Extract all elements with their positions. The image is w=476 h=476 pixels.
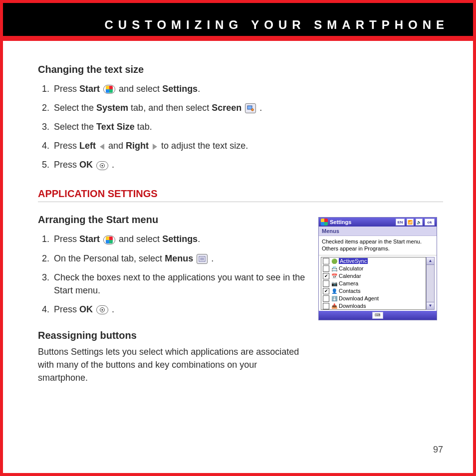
app-icon: 🟢 bbox=[331, 258, 337, 264]
paragraph-reassigning: Buttons Settings lets you select which a… bbox=[38, 345, 308, 384]
checkbox[interactable]: ✔ bbox=[323, 273, 329, 279]
column-screenshot: Settings EN 📶 🔈 ok Menus Checked items a… bbox=[318, 214, 443, 320]
page-number: 97 bbox=[433, 445, 443, 455]
right-arrow-icon bbox=[153, 144, 157, 150]
windows-flag-icon bbox=[106, 86, 113, 93]
app-icon: 📷 bbox=[331, 280, 337, 286]
list-item-label: Calculator bbox=[339, 265, 364, 271]
keyboard-icon[interactable]: ⌨ bbox=[372, 312, 383, 319]
ok-button-icon bbox=[96, 305, 108, 314]
header-bar: CUSTOMIZING YOUR SMARTPHONE bbox=[3, 3, 473, 36]
scroll-down-icon[interactable]: ▼ bbox=[427, 302, 434, 309]
app-icon: ⬇️ bbox=[331, 295, 337, 301]
checkbox[interactable]: ✔ bbox=[323, 288, 329, 294]
list-item[interactable]: 📇Calculator bbox=[321, 265, 426, 272]
step: Press Start and select Settings. bbox=[52, 79, 443, 98]
list-item[interactable]: ✔👤Contacts bbox=[321, 287, 426, 295]
device-footer: ⌨ bbox=[319, 311, 437, 320]
page-body: Changing the text size Press Start and s… bbox=[3, 41, 473, 473]
list-item-label: Download Agent bbox=[339, 295, 379, 301]
windows-flag-icon bbox=[321, 219, 328, 226]
device-hint: Checked items appear in the Start menu. … bbox=[319, 236, 437, 255]
step: Select the Text Size tab. bbox=[52, 117, 443, 136]
page-frame: CUSTOMIZING YOUR SMARTPHONE Changing the… bbox=[0, 0, 476, 476]
left-arrow-icon bbox=[100, 144, 104, 150]
app-icon: 👤 bbox=[331, 288, 337, 294]
column-text: Arranging the Start menu Press Start and… bbox=[38, 214, 308, 384]
app-icon: 📅 bbox=[331, 273, 337, 279]
list-item[interactable]: ⬇️Download Agent bbox=[321, 295, 426, 302]
columns: Arranging the Start menu Press Start and… bbox=[38, 214, 443, 384]
windows-flag-icon bbox=[106, 237, 113, 243]
status-language-icon[interactable]: EN bbox=[396, 219, 405, 226]
step: On the Personal tab, select Menus . bbox=[52, 249, 308, 268]
section-title-changing-text-size: Changing the text size bbox=[38, 64, 443, 75]
list-item[interactable]: 🟢ActiveSync bbox=[321, 257, 426, 265]
svg-point-9 bbox=[101, 309, 103, 310]
app-icon: 📥 bbox=[331, 303, 337, 309]
header-title: CUSTOMIZING YOUR SMARTPHONE bbox=[105, 18, 449, 31]
section-title-application-settings: APPLICATION SETTINGS bbox=[38, 188, 443, 200]
step: Press Start and select Settings. bbox=[52, 230, 308, 248]
list-item-label: Contacts bbox=[339, 288, 360, 294]
step: Check the boxes next to the applications… bbox=[52, 268, 308, 300]
start-icon bbox=[103, 236, 115, 244]
device-titlebar: Settings EN 📶 🔈 ok bbox=[319, 218, 437, 227]
section-title-reassigning: Reassigning buttons bbox=[38, 330, 308, 341]
list-item-label: Camera bbox=[339, 280, 358, 286]
device-title-text: Settings bbox=[330, 219, 351, 225]
checkbox[interactable] bbox=[323, 258, 329, 264]
steps-changing-text-size: Press Start and select Settings. Select … bbox=[38, 79, 443, 174]
list-item[interactable]: 📥Downloads bbox=[321, 302, 426, 310]
section-underline bbox=[38, 202, 443, 202]
device-subtitle: Menus bbox=[319, 227, 437, 236]
checkbox[interactable] bbox=[323, 280, 329, 287]
list-item-label: ActiveSync bbox=[339, 258, 368, 264]
app-icon: 📇 bbox=[331, 265, 337, 271]
section-title-arranging: Arranging the Start menu bbox=[38, 214, 308, 226]
checkbox[interactable] bbox=[323, 303, 329, 309]
menus-icon bbox=[197, 254, 208, 264]
step: Press OK . bbox=[52, 300, 308, 319]
scroll-up-icon[interactable]: ▲ bbox=[427, 257, 434, 265]
list-item-label: Downloads bbox=[339, 303, 366, 309]
device-list[interactable]: 🟢ActiveSync📇Calculator✔📅Calendar📷Camera✔… bbox=[321, 257, 426, 310]
step: Select the System tab, and then select S… bbox=[52, 98, 443, 117]
svg-point-1 bbox=[251, 109, 253, 111]
step: Press OK . bbox=[52, 155, 443, 174]
status-speaker-icon: 🔈 bbox=[416, 219, 423, 226]
scrollbar[interactable]: ▲ ▼ bbox=[426, 257, 435, 310]
ok-button-icon bbox=[96, 161, 108, 170]
status-signal-icon: 📶 bbox=[407, 219, 414, 226]
checkbox[interactable] bbox=[323, 265, 329, 272]
checkbox[interactable] bbox=[323, 295, 329, 302]
list-item[interactable]: ✔📅Calendar bbox=[321, 272, 426, 280]
device-screenshot: Settings EN 📶 🔈 ok Menus Checked items a… bbox=[318, 217, 437, 320]
svg-rect-0 bbox=[247, 106, 252, 109]
step: Press Left and Right to adjust the text … bbox=[52, 136, 443, 155]
start-icon bbox=[103, 85, 115, 94]
status-ok-button[interactable]: ok bbox=[425, 219, 435, 226]
page-inner: CUSTOMIZING YOUR SMARTPHONE Changing the… bbox=[3, 3, 473, 473]
screen-icon bbox=[245, 103, 256, 113]
list-item[interactable]: 📷Camera bbox=[321, 280, 426, 287]
header-red-stripe bbox=[3, 36, 473, 41]
steps-arranging: Press Start and select Settings. On the … bbox=[38, 230, 308, 318]
list-item-label: Calendar bbox=[339, 273, 361, 279]
svg-point-3 bbox=[101, 165, 103, 166]
device-list-wrap: 🟢ActiveSync📇Calculator✔📅Calendar📷Camera✔… bbox=[319, 255, 437, 311]
